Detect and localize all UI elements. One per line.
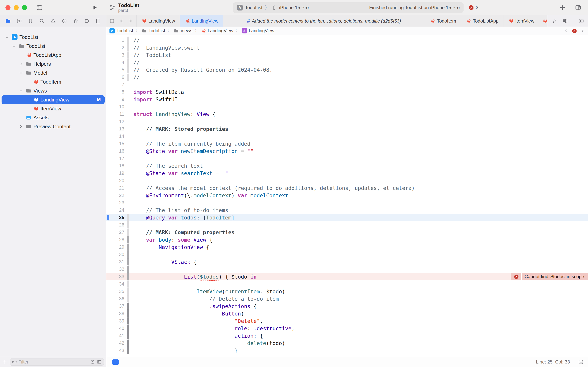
code-line-33[interactable]: 33 List($todos) { $todo inCannot find '$…: [106, 273, 588, 280]
line-number[interactable]: 9: [106, 97, 124, 102]
disclosure-down-icon[interactable]: [17, 89, 25, 93]
tab-added-the-model-context-to-the-lan-ation[interactable]: #Added the model context to the lan…atio…: [223, 15, 425, 27]
code-line-32[interactable]: 32: [106, 266, 588, 273]
line-number[interactable]: 1: [106, 38, 124, 43]
code-line-35[interactable]: 35 ItemView(currentItem: $todo): [106, 288, 588, 295]
code-line-23[interactable]: 23: [106, 199, 588, 206]
source-editor[interactable]: 1//2// LandingView.swift3// TodoList4//5…: [106, 35, 588, 357]
code-line-7[interactable]: 7: [106, 81, 588, 88]
code-line-12[interactable]: 12: [106, 118, 588, 125]
activity-view[interactable]: A TodoList 〉 iPhone 15 Pro Finished runn…: [233, 2, 463, 13]
line-number[interactable]: 32: [106, 267, 124, 272]
line-number[interactable]: 8: [106, 89, 124, 95]
sidebar-item-landingview[interactable]: LandingViewM: [1, 95, 105, 104]
code-line-41[interactable]: 41 action: {: [106, 332, 588, 339]
code-line-26[interactable]: 26: [106, 221, 588, 229]
code-line-31[interactable]: 31 VStack {: [106, 258, 588, 266]
line-number[interactable]: 5: [106, 67, 124, 73]
breadcrumb-item-todolist[interactable]: ATodoList: [109, 28, 133, 33]
line-number[interactable]: 36: [106, 296, 124, 301]
code-line-13[interactable]: 13 // MARK: Stored properties: [106, 125, 588, 133]
source-control-status-icon[interactable]: [97, 359, 102, 365]
error-count-badge[interactable]: 3: [468, 5, 478, 10]
related-items-icon[interactable]: [109, 18, 115, 24]
sidebar-item-todolist[interactable]: TodoList: [1, 42, 105, 50]
code-line-15[interactable]: 15 // The item currently being added: [106, 140, 588, 147]
code-line-30[interactable]: 30: [106, 251, 588, 258]
line-number[interactable]: 21: [106, 185, 124, 191]
breakpoint-indicator[interactable]: [112, 359, 119, 365]
disclosure-down-icon[interactable]: [3, 35, 10, 39]
code-line-19[interactable]: 19 @State var searchText = "": [106, 169, 588, 177]
tab-todoitem[interactable]: TodoItem: [425, 15, 461, 27]
tab-itemview[interactable]: ItemView: [503, 15, 539, 27]
sidebar-item-model[interactable]: Model: [1, 68, 105, 77]
code-line-43[interactable]: 43 }: [106, 347, 588, 354]
disclosure-right-icon[interactable]: [17, 62, 25, 66]
line-number[interactable]: 42: [106, 340, 124, 346]
code-line-16[interactable]: 16 @State var newItemDescription = "": [106, 147, 588, 155]
issue-error-icon[interactable]: [572, 28, 577, 34]
line-number[interactable]: 7: [106, 82, 124, 87]
sidebar-item-preview-content[interactable]: Preview Content: [1, 122, 105, 131]
line-number[interactable]: 14: [106, 133, 124, 139]
minimap-toggle-icon[interactable]: [578, 359, 584, 365]
minimize-button[interactable]: [14, 5, 19, 10]
test-navigator-icon[interactable]: [61, 18, 67, 24]
line-number[interactable]: 31: [106, 259, 124, 265]
code-line-37[interactable]: 37 .swipeActions {: [106, 302, 588, 310]
line-number[interactable]: 29: [106, 244, 124, 250]
line-number[interactable]: 19: [106, 170, 124, 176]
code-line-5[interactable]: 5// Created by Russell Gordon on 2024-04…: [106, 66, 588, 74]
code-line-3[interactable]: 3// TodoList: [106, 51, 588, 59]
line-number[interactable]: 38: [106, 311, 124, 316]
code-line-20[interactable]: 20: [106, 177, 588, 184]
line-number[interactable]: 35: [106, 289, 124, 294]
previous-issue-icon[interactable]: [564, 29, 569, 33]
source-control-navigator-icon[interactable]: [16, 18, 22, 24]
code-line-1[interactable]: 1//: [106, 37, 588, 44]
sidebar-item-itemview[interactable]: ItemView: [1, 104, 105, 113]
line-number[interactable]: 10: [106, 104, 124, 109]
line-number[interactable]: 34: [106, 281, 124, 287]
tab-todolistapp[interactable]: TodoListApp: [461, 15, 503, 27]
close-button[interactable]: [5, 5, 10, 10]
sidebar-item-assets[interactable]: Assets: [1, 113, 105, 122]
code-line-8[interactable]: 8import SwiftData: [106, 88, 588, 96]
code-line-40[interactable]: 40 role: .destructive,: [106, 325, 588, 332]
line-number[interactable]: 23: [106, 200, 124, 205]
line-number[interactable]: 4: [106, 60, 124, 65]
code-line-4[interactable]: 4//: [106, 59, 588, 66]
line-number[interactable]: 11: [106, 111, 124, 117]
find-navigator-icon[interactable]: [39, 18, 45, 24]
code-line-21[interactable]: 21 // Access the model context (required…: [106, 184, 588, 192]
sidebar-item-todolistapp[interactable]: TodoListApp: [1, 50, 105, 59]
line-number[interactable]: 26: [106, 222, 124, 228]
run-button[interactable]: [92, 5, 98, 10]
code-line-25[interactable]: 25 @Query var todos: [TodoItem]: [106, 214, 588, 221]
code-line-2[interactable]: 2// LandingView.swift: [106, 44, 588, 51]
line-number[interactable]: 27: [106, 230, 124, 235]
breadcrumb-item-views[interactable]: Views: [174, 28, 192, 33]
code-line-24[interactable]: 24 // The list of to-do items: [106, 206, 588, 214]
scheme-name[interactable]: TodoList: [245, 5, 262, 10]
disclosure-down-icon[interactable]: [17, 71, 25, 75]
run-destination[interactable]: iPhone 15 Pro: [279, 5, 309, 10]
code-line-28[interactable]: 28 var body: some View {: [106, 236, 588, 243]
code-line-14[interactable]: 14: [106, 133, 588, 140]
code-line-34[interactable]: 34: [106, 280, 588, 288]
code-line-17[interactable]: 17: [106, 155, 588, 162]
disclosure-down-icon[interactable]: [10, 44, 17, 48]
line-number[interactable]: 12: [106, 119, 124, 124]
code-line-11[interactable]: 11struct LandingView: View {: [106, 110, 588, 118]
line-number[interactable]: 3: [106, 52, 124, 58]
back-icon[interactable]: [119, 18, 124, 24]
code-line-39[interactable]: 39 "Delete",: [106, 317, 588, 325]
line-number[interactable]: 17: [106, 156, 124, 161]
filter-input[interactable]: [18, 359, 88, 365]
code-line-9[interactable]: 9import SwiftUI: [106, 96, 588, 103]
bookmark-navigator-icon[interactable]: [28, 18, 34, 24]
line-number[interactable]: 24: [106, 208, 124, 213]
code-line-18[interactable]: 18 // The search text: [106, 162, 588, 169]
tab-clipped[interactable]: [539, 15, 547, 27]
